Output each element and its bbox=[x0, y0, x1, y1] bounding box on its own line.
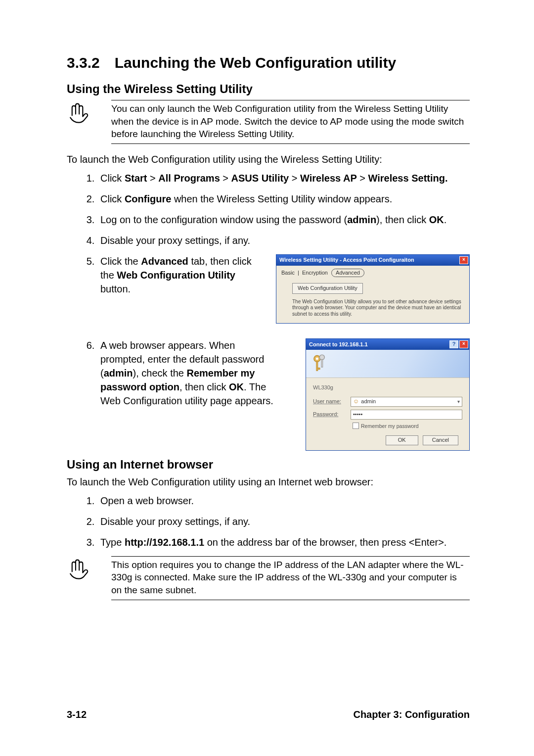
svg-rect-5 bbox=[321, 360, 323, 368]
username-field[interactable]: ☺admin ▾ bbox=[351, 397, 462, 407]
user-icon: ☺ bbox=[353, 398, 359, 405]
intro-text-2: To launch the Web Configuration utility … bbox=[67, 475, 470, 489]
dialog1-title: Wireless Setting Utility - Access Point … bbox=[279, 256, 414, 264]
step-b3: Type http://192.168.1.1 on the address b… bbox=[97, 535, 470, 549]
step-a4: Disable your proxy settings, if any. bbox=[97, 234, 470, 247]
manual-page: 3.3.2 Launching the Web Configuration ut… bbox=[0, 0, 534, 756]
step-b2: Disable your proxy settings, if any. bbox=[97, 515, 470, 528]
subheading-wireless-utility: Using the Wireless Setting Utility bbox=[67, 82, 470, 96]
help-icon[interactable]: ? bbox=[449, 340, 458, 348]
chapter-label: Chapter 3: Configuration bbox=[353, 709, 470, 720]
tab-encryption[interactable]: Encryption bbox=[302, 270, 328, 276]
steps-list-a: Click Start > All Programs > ASUS Utilit… bbox=[67, 171, 470, 451]
step-b1: Open a web browser. bbox=[97, 494, 470, 508]
note-hand-icon bbox=[67, 556, 111, 583]
dialog1-tabs: Basic | Encryption Advanced bbox=[281, 269, 464, 277]
step-a2: Click Configure when the Wireless Settin… bbox=[97, 192, 470, 206]
svg-rect-3 bbox=[318, 368, 320, 370]
step-a3: Log on to the configuration window using… bbox=[97, 213, 470, 227]
page-footer: 3-12 Chapter 3: Configuration bbox=[67, 709, 470, 720]
svg-point-4 bbox=[319, 355, 324, 360]
section-heading: 3.3.2 Launching the Web Configuration ut… bbox=[67, 54, 470, 71]
close-icon[interactable]: × bbox=[459, 256, 468, 264]
auth-title: Connect to 192.168.1.1 bbox=[309, 341, 368, 348]
page-number: 3-12 bbox=[67, 709, 87, 720]
subheading-internet-browser: Using an Internet browser bbox=[67, 458, 470, 472]
intro-text-1: To launch the Web Configuration utility … bbox=[67, 153, 470, 166]
note-text-2: This option requires you to change the I… bbox=[111, 557, 470, 600]
password-field[interactable]: ••••• bbox=[351, 410, 462, 420]
dropdown-icon[interactable]: ▾ bbox=[457, 398, 460, 405]
auth-realm: WL330g bbox=[313, 384, 462, 391]
steps-list-b: Open a web browser. Disable your proxy s… bbox=[67, 494, 470, 549]
step-a5: Click the Advanced tab, then click the W… bbox=[97, 254, 470, 324]
dialog1-description: The Web Configuration Utility allows you… bbox=[292, 299, 464, 318]
remember-checkbox[interactable] bbox=[353, 423, 359, 429]
step-a1: Click Start > All Programs > ASUS Utilit… bbox=[97, 171, 470, 185]
note-text-1: You can only launch the Web Configuratio… bbox=[111, 100, 470, 143]
cancel-button[interactable]: Cancel bbox=[423, 435, 458, 445]
auth-dialog: Connect to 192.168.1.1 ? × bbox=[306, 338, 470, 450]
username-label: User name: bbox=[313, 398, 351, 405]
note-block-2: This option requires you to change the I… bbox=[67, 556, 470, 600]
keys-icon bbox=[311, 354, 329, 374]
svg-point-1 bbox=[316, 358, 318, 360]
step-a6: A web browser appears. When prompted, en… bbox=[97, 338, 470, 450]
remember-label: Remember my password bbox=[361, 423, 419, 430]
web-config-utility-button[interactable]: Web Configuration Utility bbox=[292, 283, 363, 293]
note-hand-icon bbox=[67, 100, 111, 127]
tab-advanced[interactable]: Advanced bbox=[331, 269, 364, 277]
ok-button[interactable]: OK bbox=[386, 435, 418, 445]
note-block-1: You can only launch the Web Configuratio… bbox=[67, 100, 470, 144]
wireless-setting-dialog: Wireless Setting Utility - Access Point … bbox=[276, 254, 470, 324]
tab-basic[interactable]: Basic bbox=[281, 270, 295, 276]
password-label: Password: bbox=[313, 411, 351, 418]
close-icon[interactable]: × bbox=[459, 340, 468, 348]
